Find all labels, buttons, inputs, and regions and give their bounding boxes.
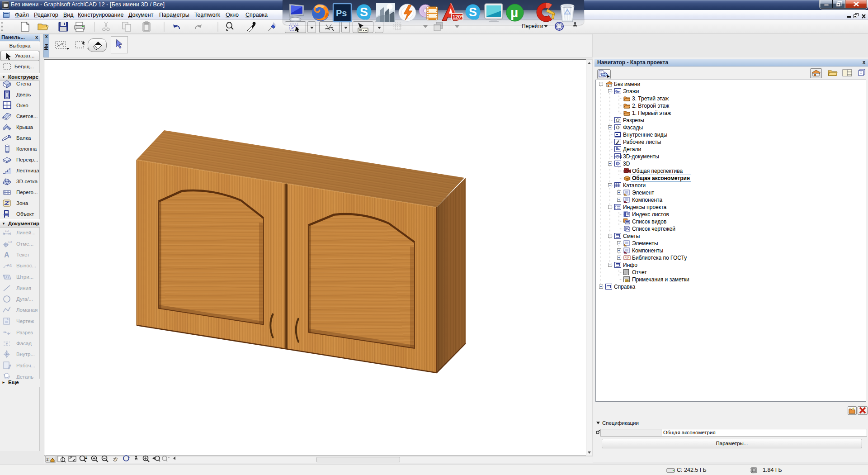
svg-text:S: S: [469, 5, 477, 19]
svg-text:S: S: [360, 5, 368, 19]
svg-text:120%: 120%: [453, 14, 463, 19]
svg-text:1:: 1:: [46, 457, 50, 461]
svg-text:A1: A1: [7, 263, 12, 267]
svg-text:µ: µ: [510, 5, 518, 20]
svg-text:1.2: 1.2: [8, 241, 12, 243]
svg-text:Ps: Ps: [336, 8, 347, 18]
svg-text:±: ±: [85, 455, 87, 460]
svg-text:1.2: 1.2: [5, 229, 9, 232]
svg-text:A: A: [4, 251, 9, 259]
